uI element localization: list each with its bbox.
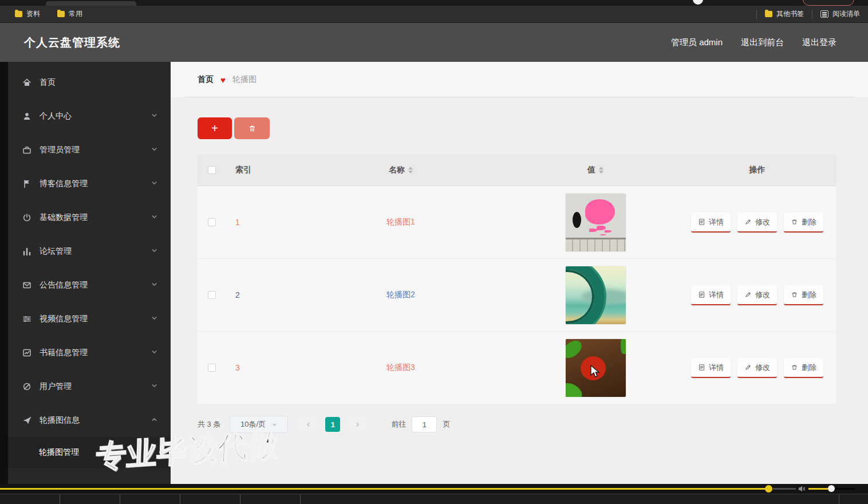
trash-icon bbox=[791, 364, 798, 371]
table-row: 1 轮播图1 详情 修改 删除 bbox=[198, 186, 836, 259]
chevron-up-icon bbox=[151, 416, 158, 425]
other-bookmarks[interactable]: 其他书签 bbox=[765, 9, 804, 19]
power-icon bbox=[22, 212, 32, 223]
video-progress-bar bbox=[0, 484, 868, 494]
delete-button[interactable]: 删除 bbox=[784, 285, 823, 305]
sort-icon[interactable] bbox=[599, 167, 603, 174]
sidebar-item-admin-management[interactable]: 管理员管理 bbox=[8, 133, 171, 167]
heart-icon: ♥ bbox=[220, 75, 226, 85]
goto-page-input[interactable] bbox=[412, 416, 437, 432]
page-size-select[interactable]: 10条/页 bbox=[230, 416, 288, 433]
sidebar-item-label: 首页 bbox=[40, 77, 56, 88]
breadcrumb-home[interactable]: 首页 bbox=[198, 74, 214, 85]
folder-icon bbox=[57, 11, 65, 17]
sliders-icon bbox=[22, 314, 32, 324]
chevron-down-icon bbox=[151, 281, 158, 290]
delete-button[interactable]: 删除 bbox=[784, 358, 823, 378]
carousel-image-2[interactable] bbox=[566, 266, 626, 324]
pen-icon bbox=[744, 291, 752, 298]
bookmark-folder-changyong[interactable]: 常用 bbox=[57, 9, 82, 19]
home-icon bbox=[22, 77, 32, 88]
bookmark-label: 其他书签 bbox=[776, 9, 804, 19]
sidebar-item-carousel-info[interactable]: 轮播图信息 bbox=[8, 403, 171, 437]
select-all-checkbox[interactable] bbox=[208, 166, 216, 174]
row-checkbox[interactable] bbox=[208, 291, 216, 299]
filmstrip-cell bbox=[240, 494, 301, 504]
row-checkbox[interactable] bbox=[208, 364, 216, 372]
avatar-fragment bbox=[693, 0, 703, 5]
mail-icon bbox=[22, 280, 32, 290]
document-icon bbox=[698, 218, 705, 226]
edit-button[interactable]: 修改 bbox=[737, 358, 777, 378]
row-checkbox[interactable] bbox=[208, 218, 216, 226]
logout-link[interactable]: 退出登录 bbox=[802, 37, 837, 48]
sidebar-item-forum[interactable]: 论坛管理 bbox=[8, 234, 171, 268]
sidebar-item-personal-center[interactable]: 个人中心 bbox=[8, 99, 171, 133]
volume-remaining bbox=[835, 488, 855, 490]
batch-delete-button[interactable] bbox=[234, 117, 270, 139]
reading-list[interactable]: 阅读清单 bbox=[820, 9, 860, 19]
briefcase-icon bbox=[22, 145, 32, 155]
cell-name: 轮播图1 bbox=[386, 217, 415, 227]
document-icon bbox=[698, 364, 705, 371]
chevron-left-icon bbox=[305, 422, 311, 428]
pagination: 共 3 条 10条/页 1 前往 页 bbox=[198, 416, 836, 433]
sidebar-item-blog-info[interactable]: 博客信息管理 bbox=[8, 167, 171, 200]
folder-icon bbox=[765, 11, 772, 17]
bookmark-folder-zilao[interactable]: 资料 bbox=[15, 9, 40, 19]
detail-button[interactable]: 详情 bbox=[691, 212, 731, 233]
progress-handle[interactable] bbox=[765, 485, 772, 493]
sidebar-subitem-carousel-management[interactable]: 轮播图管理 bbox=[8, 437, 171, 468]
page-number-button[interactable]: 1 bbox=[325, 417, 340, 432]
exit-to-front-link[interactable]: 退出到前台 bbox=[741, 37, 784, 48]
goto-label: 前往 bbox=[391, 419, 406, 430]
reading-list-icon bbox=[820, 10, 828, 18]
cell-name: 轮播图3 bbox=[386, 363, 415, 373]
prev-page-button[interactable] bbox=[301, 417, 315, 432]
speaker-icon[interactable] bbox=[798, 485, 806, 493]
browser-top-edge bbox=[0, 0, 868, 6]
edit-slash-icon bbox=[22, 381, 32, 392]
edit-button[interactable]: 修改 bbox=[737, 212, 777, 233]
main-content: 首页 ♥ 轮播图 + 索引 名称 bbox=[171, 62, 868, 484]
total-count-label: 共 3 条 bbox=[198, 419, 220, 430]
filmstrip-bar bbox=[0, 494, 868, 504]
sidebar-item-home[interactable]: 首页 bbox=[8, 65, 171, 99]
sidebar-item-announcement[interactable]: 公告信息管理 bbox=[8, 268, 171, 302]
screen: 资料 常用 其他书签 阅读清单 个人云盘管理系统 管理员 admin 退出到前台… bbox=[0, 0, 868, 504]
sidebar-item-base-data[interactable]: 基础数据管理 bbox=[8, 200, 171, 234]
browser-tab-fragment bbox=[46, 1, 136, 6]
filmstrip-cell bbox=[120, 494, 180, 504]
delete-button[interactable]: 删除 bbox=[784, 212, 823, 233]
sort-icon[interactable] bbox=[408, 167, 413, 174]
cell-index: 3 bbox=[235, 363, 240, 372]
bookmark-label: 资料 bbox=[26, 9, 40, 19]
carousel-image-3[interactable] bbox=[566, 339, 626, 397]
chevron-right-icon bbox=[354, 422, 361, 428]
detail-button[interactable]: 详情 bbox=[691, 285, 731, 305]
edit-button[interactable]: 修改 bbox=[737, 285, 777, 305]
progress-track[interactable] bbox=[0, 488, 768, 490]
volume-handle[interactable] bbox=[828, 485, 835, 492]
breadcrumb: 首页 ♥ 轮播图 bbox=[171, 62, 868, 97]
trash-icon bbox=[248, 124, 257, 133]
page-size-value: 10条/页 bbox=[240, 419, 266, 430]
cell-name: 轮播图2 bbox=[386, 290, 415, 300]
column-header-index: 索引 bbox=[226, 165, 289, 175]
column-header-actions: 操作 bbox=[678, 165, 836, 175]
sidebar-item-label: 轮播图信息 bbox=[40, 415, 80, 426]
add-button[interactable]: + bbox=[198, 117, 232, 139]
sidebar-item-user-management[interactable]: 用户管理 bbox=[8, 369, 171, 403]
carousel-table: 索引 名称 值 操作 1 bbox=[198, 154, 836, 404]
admin-user-label[interactable]: 管理员 admin bbox=[671, 37, 723, 48]
table-row: 2 轮播图2 详情 修改 删除 bbox=[198, 259, 836, 332]
detail-button[interactable]: 详情 bbox=[691, 358, 731, 378]
flag-icon bbox=[22, 179, 32, 189]
carousel-image-1[interactable] bbox=[566, 194, 626, 251]
document-icon bbox=[698, 291, 705, 298]
sidebar-item-label: 公告信息管理 bbox=[40, 280, 88, 290]
chevron-down-icon bbox=[151, 382, 158, 391]
sidebar-item-video-info[interactable]: 视频信息管理 bbox=[8, 302, 171, 336]
sidebar-item-book-info[interactable]: 书籍信息管理 bbox=[8, 336, 171, 369]
next-page-button[interactable] bbox=[350, 417, 365, 432]
